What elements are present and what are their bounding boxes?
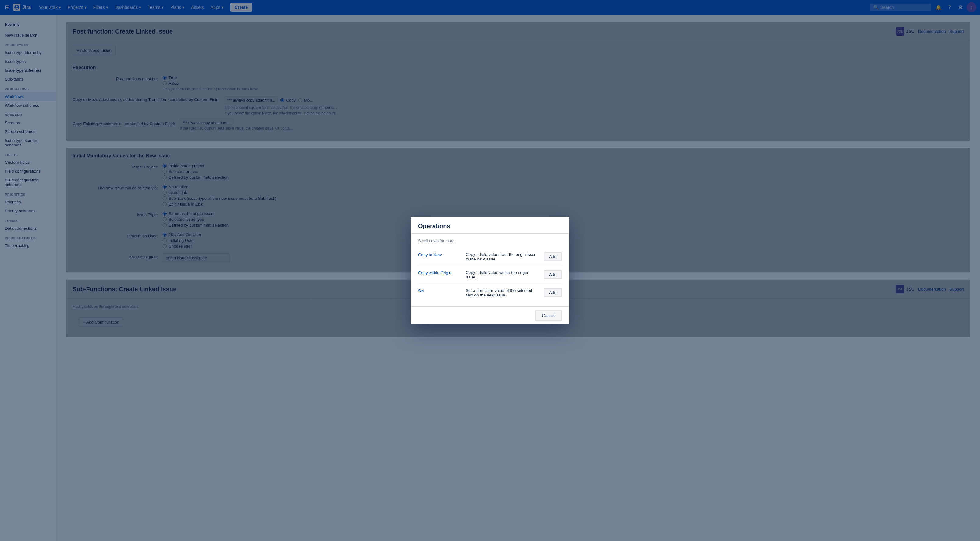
cancel-button[interactable]: Cancel [535,310,562,321]
copy-to-new-add-button[interactable]: Add [544,252,562,261]
modal-scroll-hint: Scroll down for more. [418,238,562,243]
modal-row-copy-within-origin-left: Copy within Origin [418,270,461,275]
modal-header: Operations [411,217,569,234]
modal-row-copy-to-new: Copy to New Copy a field value from the … [418,248,562,266]
modal-row-copy-to-new-left: Copy to New [418,252,461,257]
set-link[interactable]: Set [418,289,424,293]
modal-row-set-left: Set [418,288,461,293]
copy-to-new-link[interactable]: Copy to New [418,252,442,257]
modal-body: Scroll down for more. Copy to New Copy a… [411,234,569,306]
modal-title: Operations [418,223,562,230]
modal-overlay[interactable]: Operations Scroll down for more. Copy to… [0,0,980,541]
set-desc: Set a particular value of the selected f… [466,288,539,297]
modal-footer: Cancel [411,306,569,324]
modal-row-copy-within-origin: Copy within Origin Copy a field value wi… [418,266,562,284]
set-add-button[interactable]: Add [544,288,562,297]
modal-row-set: Set Set a particular value of the select… [418,284,562,302]
copy-within-origin-desc: Copy a field value within the origin iss… [466,270,539,279]
copy-within-origin-link[interactable]: Copy within Origin [418,270,452,275]
operations-modal: Operations Scroll down for more. Copy to… [411,217,569,324]
copy-to-new-desc: Copy a field value from the origin issue… [466,252,539,261]
copy-within-origin-add-button[interactable]: Add [544,270,562,279]
